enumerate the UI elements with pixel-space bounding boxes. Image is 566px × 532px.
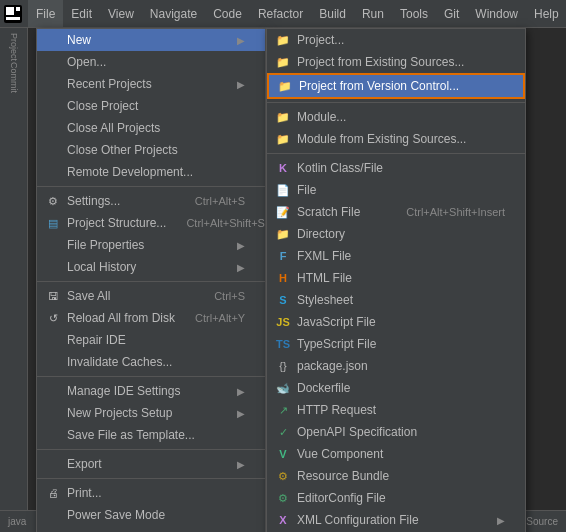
kotlin-label: Kotlin Class/File (297, 161, 505, 175)
separator-1 (37, 186, 265, 187)
new-submenu-js[interactable]: JS JavaScript File (267, 311, 525, 333)
new-submenu-html[interactable]: H HTML File (267, 267, 525, 289)
new-submenu-project[interactable]: 📁 Project... (267, 29, 525, 51)
new-submenu-project-existing[interactable]: 📁 Project from Existing Sources... (267, 51, 525, 73)
new-submenu-scratch[interactable]: 📝 Scratch File Ctrl+Alt+Shift+Insert (267, 201, 525, 223)
menu-build[interactable]: Build (311, 0, 354, 27)
invalidate-icon (45, 354, 61, 370)
new-submenu-directory[interactable]: 📁 Directory (267, 223, 525, 245)
directory-label: Directory (297, 227, 505, 241)
power-save-icon (45, 507, 61, 523)
menu-run[interactable]: Run (354, 0, 392, 27)
menu-item-save-template[interactable]: Save File as Template... (37, 424, 265, 446)
reload-shortcut: Ctrl+Alt+Y (195, 312, 245, 324)
new-submenu-ts[interactable]: TS TypeScript File (267, 333, 525, 355)
menu-item-recent[interactable]: Recent Projects ▶ (37, 73, 265, 95)
project-structure-icon: ▤ (45, 215, 61, 231)
new-submenu-openapi[interactable]: ✓ OpenAPI Specification (267, 421, 525, 443)
menu-view[interactable]: View (100, 0, 142, 27)
save-template-label: Save File as Template... (67, 428, 245, 442)
new-projects-setup-label: New Projects Setup (67, 406, 237, 420)
new-submenu-package-json[interactable]: {} package.json (267, 355, 525, 377)
app-logo (4, 4, 22, 24)
module-existing-icon: 📁 (275, 131, 291, 147)
menu-item-power-save[interactable]: Power Save Mode (37, 504, 265, 526)
new-submenu-module-existing[interactable]: 📁 Module from Existing Sources... (267, 128, 525, 150)
settings-shortcut: Ctrl+Alt+S (195, 195, 245, 207)
project-existing-label: Project from Existing Sources... (297, 55, 505, 69)
project-folder-icon: 📁 (275, 32, 291, 48)
close-all-icon (45, 120, 61, 136)
menu-item-file-properties[interactable]: File Properties ▶ (37, 234, 265, 256)
project-existing-icon: 📁 (275, 54, 291, 70)
close-project-label: Close Project (67, 99, 245, 113)
menu-item-exit[interactable]: Exit (37, 526, 265, 532)
recent-icon (45, 76, 61, 92)
java-indicator: java (8, 516, 26, 527)
menu-item-manage-ide[interactable]: Manage IDE Settings ▶ (37, 380, 265, 402)
export-arrow: ▶ (237, 459, 245, 470)
vue-icon: V (275, 446, 291, 462)
menu-item-local-history[interactable]: Local History ▶ (37, 256, 265, 278)
menu-item-project-structure[interactable]: ▤ Project Structure... Ctrl+Alt+Shift+S (37, 212, 265, 234)
print-label: Print... (67, 486, 245, 500)
menu-edit[interactable]: Edit (63, 0, 100, 27)
menu-code[interactable]: Code (205, 0, 250, 27)
file-icon: 📄 (275, 182, 291, 198)
project-label: Project... (297, 33, 505, 47)
new-submenu-kotlin[interactable]: K Kotlin Class/File (267, 157, 525, 179)
menu-tools[interactable]: Tools (392, 0, 436, 27)
new-submenu-css[interactable]: S Stylesheet (267, 289, 525, 311)
new-sep-2 (267, 153, 525, 154)
new-submenu-project-vcs[interactable]: 📁 Project from Version Control... (267, 73, 525, 99)
new-submenu-http[interactable]: ↗ HTTP Request (267, 399, 525, 421)
menu-item-invalidate[interactable]: Invalidate Caches... (37, 351, 265, 373)
menu-item-close-all[interactable]: Close All Projects (37, 117, 265, 139)
menu-item-remote-dev[interactable]: Remote Development... (37, 161, 265, 183)
package-json-label: package.json (297, 359, 505, 373)
menu-item-close-project[interactable]: Close Project (37, 95, 265, 117)
menu-bar: File Edit View Navigate Code Refactor Bu… (0, 0, 566, 28)
sidebar: Project Commit (0, 28, 28, 532)
menu-file[interactable]: File (28, 0, 63, 27)
local-history-label: Local History (67, 260, 237, 274)
new-submenu-editorconfig[interactable]: ⚙ EditorConfig File (267, 487, 525, 509)
menu-item-close-other[interactable]: Close Other Projects (37, 139, 265, 161)
menu-item-save-all[interactable]: 🖫 Save All Ctrl+S (37, 285, 265, 307)
menu-item-reload[interactable]: ↺ Reload All from Disk Ctrl+Alt+Y (37, 307, 265, 329)
file-properties-arrow: ▶ (237, 240, 245, 251)
menu-window[interactable]: Window (467, 0, 526, 27)
menu-item-settings[interactable]: ⚙ Settings... Ctrl+Alt+S (37, 190, 265, 212)
menu-item-export[interactable]: Export ▶ (37, 453, 265, 475)
ts-icon: TS (275, 336, 291, 352)
menu-item-repair-ide[interactable]: Repair IDE (37, 329, 265, 351)
new-submenu-xml[interactable]: X XML Configuration File ▶ (267, 509, 525, 531)
reload-label: Reload All from Disk (67, 311, 175, 325)
new-submenu-module[interactable]: 📁 Module... (267, 106, 525, 128)
sidebar-project[interactable]: Project (3, 36, 25, 58)
menu-item-new-projects-setup[interactable]: New Projects Setup ▶ (37, 402, 265, 424)
close-project-icon (45, 98, 61, 114)
css-icon: S (275, 292, 291, 308)
manage-ide-label: Manage IDE Settings (67, 384, 237, 398)
new-submenu-fxml[interactable]: F FXML File (267, 245, 525, 267)
new-submenu-vue[interactable]: V Vue Component (267, 443, 525, 465)
sidebar-commit[interactable]: Commit (3, 66, 25, 88)
new-projects-setup-icon (45, 405, 61, 421)
menu-git[interactable]: Git (436, 0, 467, 27)
editorconfig-icon: ⚙ (275, 490, 291, 506)
html-label: HTML File (297, 271, 505, 285)
menu-help[interactable]: Help (526, 0, 566, 27)
menu-refactor[interactable]: Refactor (250, 0, 311, 27)
menu-item-print[interactable]: 🖨 Print... (37, 482, 265, 504)
menu-item-open[interactable]: Open... (37, 51, 265, 73)
recent-label: Recent Projects (67, 77, 237, 91)
new-submenu-resource[interactable]: ⚙ Resource Bundle (267, 465, 525, 487)
manage-ide-icon (45, 383, 61, 399)
menu-navigate[interactable]: Navigate (142, 0, 205, 27)
http-label: HTTP Request (297, 403, 505, 417)
menu-item-new[interactable]: New ▶ (37, 29, 265, 51)
new-submenu-dockerfile[interactable]: 🐋 Dockerfile (267, 377, 525, 399)
invalidate-label: Invalidate Caches... (67, 355, 245, 369)
new-submenu-file[interactable]: 📄 File (267, 179, 525, 201)
